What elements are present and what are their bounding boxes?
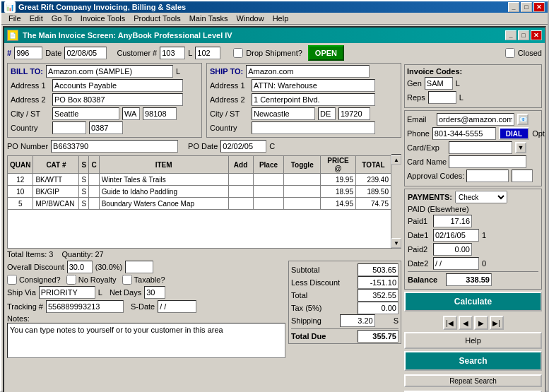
add-btn-col[interactable]: Add — [228, 156, 253, 174]
menu-goto[interactable]: Go To — [47, 13, 76, 24]
card-name-label: Card Name — [407, 158, 446, 166]
customer-code: L — [188, 49, 192, 57]
row-cat: BK/WTT — [33, 174, 79, 186]
quantity-label: Quantity: 27 — [61, 250, 103, 259]
date-label: Date — [45, 49, 61, 57]
row-item: Boundary Waters Canoe Map — [99, 198, 228, 210]
ship-address1-input[interactable] — [252, 79, 375, 92]
menu-help[interactable]: Help — [268, 13, 293, 24]
discount-label: Overall Discount — [7, 263, 64, 271]
payment-method-select[interactable]: Check Cash Credit Card — [455, 191, 507, 203]
consigned-check[interactable]: Consigned? — [7, 275, 61, 285]
toggle-btn-col[interactable]: Toggle — [284, 156, 321, 174]
approval-input2[interactable] — [512, 170, 533, 182]
menu-product-tools[interactable]: Product Tools — [129, 13, 184, 24]
nav-next-btn[interactable]: ▶ — [474, 316, 488, 330]
closed-label: Closed — [518, 49, 542, 57]
menu-main-tasks[interactable]: Main Tasks — [185, 13, 232, 24]
shipping-val[interactable] — [340, 314, 375, 327]
paid2-input[interactable] — [433, 243, 472, 256]
discount-input[interactable] — [67, 261, 93, 273]
total-val — [358, 289, 399, 302]
po-date-input[interactable] — [220, 140, 266, 153]
col-s: S — [79, 156, 89, 174]
search-btn[interactable]: Search — [404, 351, 542, 371]
card-name-input[interactable] — [449, 155, 526, 168]
help-btn[interactable]: Help — [404, 332, 542, 349]
reps-input[interactable] — [428, 91, 456, 104]
balance-label: Balance — [408, 275, 443, 284]
phone-input[interactable] — [432, 127, 496, 140]
card-exp-btn[interactable]: ▼ — [515, 142, 526, 153]
no-royalty-check[interactable]: No Royalty — [66, 275, 117, 285]
ship-city-st-label: City / ST — [210, 109, 249, 118]
gen-input[interactable] — [425, 77, 453, 90]
main-maximize-btn[interactable]: □ — [518, 30, 529, 40]
menu-edit[interactable]: Edit — [25, 13, 47, 24]
main-title-bar: 📄 The Main Invoice Screen: AnyBook Profe… — [4, 28, 545, 43]
ship-zip-input[interactable] — [338, 107, 370, 120]
place-btn-col[interactable]: Place — [253, 156, 284, 174]
ship-country-label: Country — [210, 124, 249, 132]
notes-area[interactable]: You can type notes to yourself or to you… — [7, 323, 285, 358]
main-minimize-btn[interactable]: _ — [505, 30, 516, 40]
date2-input[interactable] — [433, 257, 479, 270]
minimize-btn[interactable]: _ — [508, 2, 519, 12]
row-toggle — [284, 174, 321, 186]
nav-first-btn[interactable]: |◀ — [443, 316, 457, 330]
paid1-input[interactable] — [433, 215, 472, 227]
bill-country-input[interactable] — [52, 121, 86, 134]
drop-shipment-checkbox[interactable] — [233, 48, 243, 58]
ship-country-input[interactable] — [252, 121, 375, 134]
main-close-btn[interactable]: ✕ — [531, 30, 542, 40]
menu-invoice-tools[interactable]: Invoice Tools — [76, 13, 129, 24]
nav-last-btn[interactable]: ▶| — [490, 316, 504, 330]
closed-checkbox[interactable] — [505, 48, 515, 58]
invoice-num-input[interactable] — [14, 47, 42, 59]
ship-address2-input[interactable] — [252, 93, 375, 106]
menu-file[interactable]: File — [4, 13, 25, 24]
ship-code: L — [98, 288, 102, 297]
subtotal-val — [358, 263, 399, 276]
s-date-input[interactable] — [158, 300, 196, 313]
open-btn[interactable]: OPEN — [308, 45, 344, 61]
bill-to-name-input[interactable] — [46, 65, 173, 78]
customer-num-input[interactable] — [160, 47, 185, 59]
menu-window[interactable]: Window — [232, 13, 268, 24]
bill-state-input[interactable] — [122, 107, 140, 120]
bill-city-input[interactable] — [52, 107, 119, 120]
row-total: 239.40 — [356, 174, 391, 186]
date1-input[interactable] — [433, 229, 479, 242]
consigned-label: Consigned? — [19, 275, 61, 284]
bill-zip-input[interactable] — [143, 107, 177, 120]
scroll-up-btn[interactable]: ▲ — [391, 155, 401, 165]
net-days-input[interactable] — [144, 286, 165, 299]
repeat-search-btn[interactable]: Repeat Search — [404, 374, 542, 387]
card-exp-input[interactable] — [449, 141, 512, 154]
ship-state-input[interactable] — [318, 107, 336, 120]
scroll-down-btn[interactable]: ▼ — [391, 238, 401, 248]
discount-pct-input[interactable] — [125, 261, 153, 273]
ship-city-input[interactable] — [252, 107, 315, 120]
bill-address2-input[interactable] — [52, 93, 183, 106]
bill-address1-input[interactable] — [52, 79, 183, 92]
po-number-input[interactable] — [51, 140, 178, 153]
ship-to-name-input[interactable] — [246, 65, 370, 78]
email-icon-btn[interactable]: 📧 — [517, 114, 529, 125]
maximize-btn[interactable]: □ — [521, 2, 532, 12]
nav-prev-btn[interactable]: ◀ — [459, 316, 473, 330]
taxable-check[interactable]: Taxable? — [122, 275, 165, 285]
date-input[interactable] — [64, 47, 107, 59]
tracking-input[interactable] — [46, 300, 124, 313]
bill-address1-label: Address 1 — [11, 81, 49, 90]
col-c: C — [89, 156, 99, 174]
email-input[interactable] — [437, 113, 514, 126]
approval-input[interactable] — [466, 170, 509, 182]
dial-btn[interactable]: DIAL — [499, 127, 529, 140]
ship-via-input[interactable] — [39, 286, 95, 299]
close-btn[interactable]: ✕ — [533, 2, 545, 12]
calculate-btn[interactable]: Calculate — [404, 292, 542, 311]
phone-label: Phone — [407, 129, 430, 138]
customer-alt-input[interactable] — [195, 47, 220, 59]
bill-country-code-input[interactable] — [89, 121, 123, 134]
